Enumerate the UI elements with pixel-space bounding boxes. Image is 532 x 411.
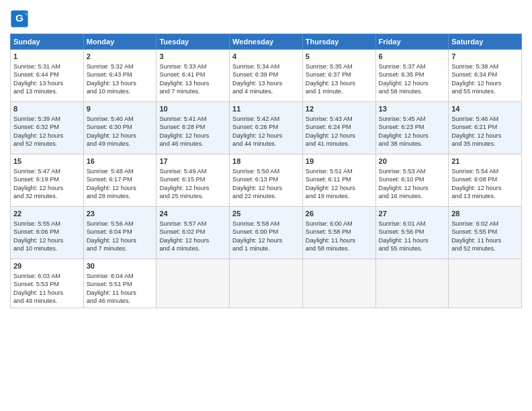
- calendar-cell: 29Sunrise: 6:03 AMSunset: 5:53 PMDayligh…: [11, 259, 84, 308]
- calendar-cell: 24Sunrise: 5:57 AMSunset: 6:02 PMDayligh…: [157, 207, 230, 259]
- day-number: 20: [379, 156, 446, 167]
- calendar-cell: 1Sunrise: 5:31 AMSunset: 6:44 PMDaylight…: [11, 50, 84, 102]
- day-number: 2: [87, 52, 154, 62]
- calendar-cell: 22Sunrise: 5:55 AMSunset: 6:06 PMDayligh…: [11, 207, 84, 259]
- day-number: 14: [451, 104, 519, 114]
- day-number: 4: [232, 52, 300, 62]
- calendar-cell: 8Sunrise: 5:39 AMSunset: 6:32 PMDaylight…: [11, 102, 84, 154]
- day-number: 8: [13, 104, 81, 114]
- calendar-body: 1Sunrise: 5:31 AMSunset: 6:44 PMDaylight…: [11, 50, 522, 308]
- day-number: 1: [13, 52, 81, 62]
- calendar-cell: [449, 259, 522, 308]
- day-number: 25: [232, 209, 300, 219]
- calendar-table: SundayMondayTuesdayWednesdayThursdayFrid…: [10, 34, 522, 308]
- calendar-cell: [375, 259, 449, 308]
- weekday-header-thursday: Thursday: [302, 34, 375, 50]
- calendar-cell: 12Sunrise: 5:43 AMSunset: 6:24 PMDayligh…: [302, 102, 375, 154]
- calendar-cell: 13Sunrise: 5:45 AMSunset: 6:23 PMDayligh…: [375, 102, 449, 154]
- weekday-row: SundayMondayTuesdayWednesdayThursdayFrid…: [11, 34, 522, 50]
- calendar-cell: 19Sunrise: 5:51 AMSunset: 6:11 PMDayligh…: [302, 154, 375, 207]
- calendar-cell: [302, 259, 375, 308]
- calendar-cell: 10Sunrise: 5:41 AMSunset: 6:28 PMDayligh…: [157, 102, 230, 154]
- day-number: 11: [232, 104, 300, 114]
- calendar-cell: 27Sunrise: 6:01 AMSunset: 5:56 PMDayligh…: [375, 207, 449, 259]
- logo-icon: G: [10, 9, 29, 28]
- day-number: 15: [13, 156, 81, 167]
- week-row-3: 15Sunrise: 5:47 AMSunset: 6:19 PMDayligh…: [11, 154, 522, 207]
- weekday-header-saturday: Saturday: [449, 34, 522, 50]
- day-number: 28: [451, 209, 519, 219]
- calendar-cell: 23Sunrise: 5:56 AMSunset: 6:04 PMDayligh…: [83, 207, 157, 259]
- header: G: [10, 7, 522, 28]
- weekday-header-friday: Friday: [375, 34, 449, 50]
- calendar-cell: 30Sunrise: 6:04 AMSunset: 5:51 PMDayligh…: [83, 259, 157, 308]
- calendar-cell: 26Sunrise: 6:00 AMSunset: 5:58 PMDayligh…: [302, 207, 375, 259]
- logo: G: [10, 9, 30, 28]
- day-number: 3: [159, 52, 226, 62]
- calendar-cell: 17Sunrise: 5:49 AMSunset: 6:15 PMDayligh…: [157, 154, 230, 207]
- day-number: 19: [306, 156, 373, 167]
- week-row-5: 29Sunrise: 6:03 AMSunset: 5:53 PMDayligh…: [11, 259, 522, 308]
- day-number: 13: [379, 104, 446, 114]
- day-number: 26: [306, 209, 373, 219]
- day-number: 23: [87, 209, 154, 219]
- weekday-header-tuesday: Tuesday: [157, 34, 230, 50]
- calendar-cell: 6Sunrise: 5:37 AMSunset: 6:35 PMDaylight…: [375, 50, 449, 102]
- calendar-cell: 21Sunrise: 5:54 AMSunset: 6:08 PMDayligh…: [449, 154, 522, 207]
- weekday-header-monday: Monday: [83, 34, 157, 50]
- day-number: 22: [13, 209, 81, 219]
- calendar-cell: 11Sunrise: 5:42 AMSunset: 6:26 PMDayligh…: [230, 102, 303, 154]
- day-number: 29: [13, 261, 81, 271]
- calendar-cell: 3Sunrise: 5:33 AMSunset: 6:41 PMDaylight…: [157, 50, 230, 102]
- day-number: 10: [159, 104, 226, 114]
- calendar-cell: [230, 259, 303, 308]
- calendar-cell: 4Sunrise: 5:34 AMSunset: 6:39 PMDaylight…: [230, 50, 303, 102]
- calendar-header: SundayMondayTuesdayWednesdayThursdayFrid…: [11, 34, 522, 50]
- day-number: 7: [451, 52, 519, 62]
- calendar-cell: 25Sunrise: 5:58 AMSunset: 6:00 PMDayligh…: [230, 207, 303, 259]
- day-number: 27: [379, 209, 446, 219]
- calendar-cell: 7Sunrise: 5:38 AMSunset: 6:34 PMDaylight…: [449, 50, 522, 102]
- main-container: G SundayMondayTuesdayWednesdayThursdayFr…: [0, 0, 532, 315]
- day-number: 18: [232, 156, 300, 167]
- day-number: 6: [379, 52, 446, 62]
- calendar-cell: 16Sunrise: 5:48 AMSunset: 6:17 PMDayligh…: [83, 154, 157, 207]
- calendar-cell: 5Sunrise: 5:35 AMSunset: 6:37 PMDaylight…: [302, 50, 375, 102]
- day-number: 5: [306, 52, 373, 62]
- week-row-4: 22Sunrise: 5:55 AMSunset: 6:06 PMDayligh…: [11, 207, 522, 259]
- week-row-2: 8Sunrise: 5:39 AMSunset: 6:32 PMDaylight…: [11, 102, 522, 154]
- calendar-cell: 18Sunrise: 5:50 AMSunset: 6:13 PMDayligh…: [230, 154, 303, 207]
- calendar-cell: 20Sunrise: 5:53 AMSunset: 6:10 PMDayligh…: [375, 154, 449, 207]
- day-number: 9: [87, 104, 154, 114]
- day-number: 12: [306, 104, 373, 114]
- day-number: 16: [87, 156, 154, 167]
- calendar-cell: 2Sunrise: 5:32 AMSunset: 6:43 PMDaylight…: [83, 50, 157, 102]
- calendar-cell: 15Sunrise: 5:47 AMSunset: 6:19 PMDayligh…: [11, 154, 84, 207]
- weekday-header-wednesday: Wednesday: [230, 34, 303, 50]
- day-number: 17: [159, 156, 226, 167]
- calendar-cell: 14Sunrise: 5:46 AMSunset: 6:21 PMDayligh…: [449, 102, 522, 154]
- calendar-cell: 28Sunrise: 6:02 AMSunset: 5:55 PMDayligh…: [449, 207, 522, 259]
- calendar-cell: [157, 259, 230, 308]
- day-number: 24: [159, 209, 226, 219]
- weekday-header-sunday: Sunday: [11, 34, 84, 50]
- week-row-1: 1Sunrise: 5:31 AMSunset: 6:44 PMDaylight…: [11, 50, 522, 102]
- day-number: 30: [87, 261, 154, 271]
- svg-text:G: G: [15, 12, 24, 24]
- calendar-cell: 9Sunrise: 5:40 AMSunset: 6:30 PMDaylight…: [83, 102, 157, 154]
- day-number: 21: [451, 156, 519, 167]
